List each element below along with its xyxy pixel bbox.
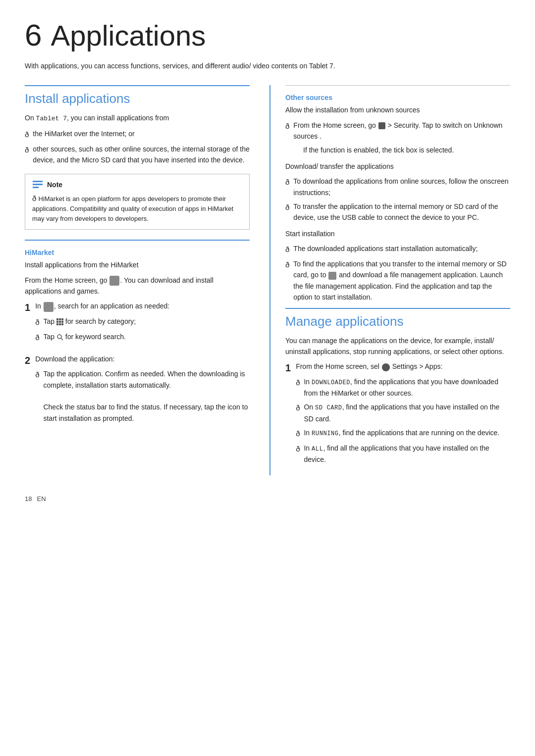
manage-bullet-all: ð In ALL, find all the applications that…	[296, 443, 510, 465]
manage-heading: Manage applications	[285, 314, 510, 329]
right-column: Other sources Allow the installation fro…	[269, 85, 510, 475]
allow-bullet-2: If the function is enabled, the tick box…	[285, 145, 510, 155]
himarket-step1-icon	[44, 302, 54, 312]
page-lang: EN	[37, 495, 46, 503]
step1-sub-1: ð Tap for search by category;	[35, 316, 250, 328]
manage-divider	[285, 308, 510, 309]
manage-bullet-sdcard: ð On SD CARD, find the applications that…	[296, 402, 510, 424]
tablet-ref: Tablet 7	[36, 115, 67, 122]
svg-rect-0	[33, 181, 43, 182]
filemanager-icon	[328, 272, 336, 280]
svg-line-4	[61, 338, 63, 340]
svg-point-3	[57, 335, 61, 339]
security-icon	[378, 122, 385, 129]
manage-step1-bullets: ð In DOWNLOADED, find the applications t…	[296, 376, 510, 465]
manage-bullet-running: ð In RUNNING, find the applications that…	[296, 427, 510, 440]
allow-bullet-1: ð From the Home screen, go > Security. T…	[285, 120, 510, 142]
note-box: Note ð HiMarket is an open platform for …	[25, 174, 250, 230]
manage-bullet-downloaded: ð In DOWNLOADED, find the applications t…	[296, 376, 510, 399]
note-icon	[32, 180, 43, 189]
himarket-icon	[109, 276, 119, 286]
install-bullets: ð the HiMarket over the Internet; or ð o…	[25, 128, 250, 166]
download-bullets: ð To download the applications from onli…	[285, 176, 510, 223]
install-divider	[25, 85, 250, 86]
install-heading: Install applications	[25, 91, 250, 106]
step2-sub-1: ð Tap the application. Confirm as needed…	[35, 368, 250, 424]
himarket-divider	[25, 240, 250, 241]
svg-rect-2	[33, 187, 39, 188]
right-top-divider	[285, 85, 510, 86]
left-column: Install applications On Tablet 7, you ca…	[25, 85, 250, 475]
page-number: 18	[25, 495, 32, 503]
allow-bullets: ð From the Home screen, go > Security. T…	[285, 120, 510, 156]
grid-icon	[56, 318, 63, 325]
himarket-heading: HiMarket	[25, 249, 250, 256]
himarket-install-label: Install applications from the HiMarket	[25, 259, 250, 270]
settings-icon	[382, 363, 390, 371]
note-text: ð HiMarket is an open platform for apps …	[32, 193, 242, 224]
note-header: Note	[32, 180, 242, 189]
step1-sub-bullets: ð Tap for search by category; ð Tap for …	[35, 316, 250, 344]
page-footer: 18 EN	[25, 495, 510, 503]
chapter-number: 6	[25, 20, 42, 50]
download-bullet-2: ð To transfer the application to the int…	[285, 201, 510, 223]
himarket-intro: From the Home screen, go . You can downl…	[25, 275, 250, 297]
manage-step-1: 1 From the Home screen, sel Settings > A…	[285, 361, 510, 470]
step1-sub-2: ð Tap for keyword search.	[35, 331, 250, 344]
start-label: Start installation	[285, 228, 510, 239]
allow-label: Allow the installation from unknown sour…	[285, 104, 510, 115]
start-bullet-2: ð To find the applications that you tran…	[285, 258, 510, 303]
himarket-step-1: 1 In , search for an application as need…	[25, 301, 250, 348]
install-bullet-2: ð other sources, such as other online so…	[25, 144, 250, 166]
himarket-step-2: 2 Download the application: ð Tap the ap…	[25, 353, 250, 429]
svg-rect-1	[33, 184, 43, 185]
chapter-heading: 6 Applications	[25, 20, 510, 51]
page-layout: Install applications On Tablet 7, you ca…	[25, 85, 510, 475]
install-bullet-1: ð the HiMarket over the Internet; or	[25, 128, 250, 141]
chapter-title: Applications	[51, 20, 206, 51]
intro-text: With applications, you can access functi…	[25, 60, 510, 71]
manage-intro: You can manage the applications on the d…	[285, 335, 510, 357]
note-label: Note	[47, 181, 62, 189]
start-bullet-1: ð The downloaded applications start inst…	[285, 243, 510, 255]
download-label: Download/ transfer the applications	[285, 161, 510, 172]
start-bullets: ð The downloaded applications start inst…	[285, 243, 510, 303]
step2-sub-bullets: ð Tap the application. Confirm as needed…	[35, 368, 250, 424]
page-container: 6 Applications With applications, you ca…	[25, 20, 510, 503]
other-sources-heading: Other sources	[285, 94, 510, 101]
search-icon	[56, 334, 63, 341]
download-bullet-1: ð To download the applications from onli…	[285, 176, 510, 198]
install-intro: On Tablet 7, you can install application…	[25, 112, 250, 124]
